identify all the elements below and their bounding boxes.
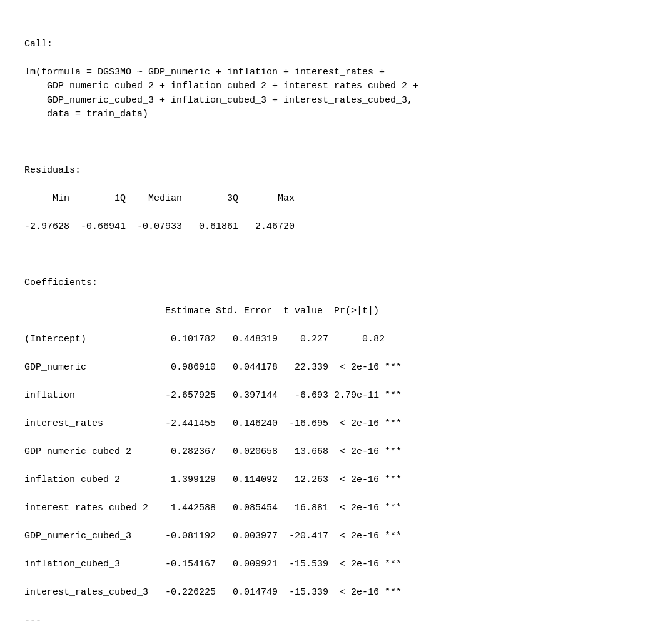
- residuals-header: Residuals:: [24, 165, 81, 176]
- residuals-labels: Min 1Q Median 3Q Max: [24, 193, 295, 204]
- coeff-row-1: GDP_numeric 0.986910 0.044178 22.339 < 2…: [24, 362, 402, 373]
- coeff-row-3: interest_rates -2.441455 0.146240 -16.69…: [24, 418, 402, 429]
- call-header: Call:: [24, 39, 53, 49]
- signif-sep: ---: [24, 615, 41, 626]
- coeff-row-0: (Intercept) 0.101782 0.448319 0.227 0.82: [24, 334, 407, 345]
- coeff-row-6: interest_rates_cubed_2 1.442588 0.085454…: [24, 503, 402, 513]
- coeff-row-5: inflation_cubed_2 1.399129 0.114092 12.2…: [24, 475, 402, 485]
- coeff-row-7: GDP_numeric_cubed_3 -0.081192 0.003977 -…: [24, 531, 402, 541]
- coefficients-header: Coefficients:: [24, 278, 98, 288]
- call-body: lm(formula = DGS3MO ~ GDP_numeric + infl…: [24, 67, 418, 120]
- coeff-row-4: GDP_numeric_cubed_2 0.282367 0.020658 13…: [24, 446, 402, 457]
- coeff-row-9: interest_rates_cubed_3 -0.226225 0.01474…: [24, 587, 402, 598]
- coeff-row-2: inflation -2.657925 0.397144 -6.693 2.79…: [24, 390, 402, 401]
- coeff-row-8: inflation_cubed_3 -0.154167 0.009921 -15…: [24, 559, 402, 570]
- r-output-container: Call: lm(formula = DGS3MO ~ GDP_numeric …: [13, 13, 650, 644]
- coeff-col-headers: Estimate Std. Error t value Pr(>|t|): [24, 306, 402, 316]
- residuals-values: -2.97628 -0.66941 -0.07933 0.61861 2.467…: [24, 221, 295, 232]
